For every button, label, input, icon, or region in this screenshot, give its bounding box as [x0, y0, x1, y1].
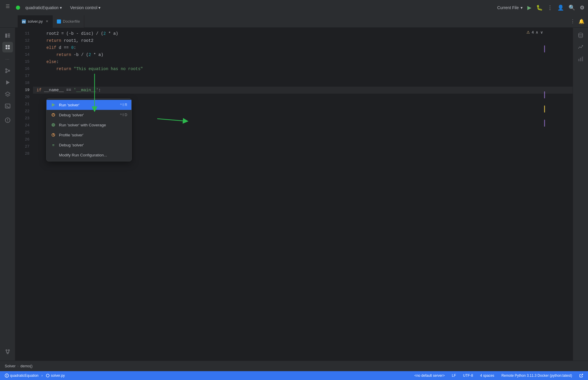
- debug2-icon: ≡: [51, 142, 56, 148]
- maximize-button[interactable]: [16, 6, 20, 10]
- menu-item-run[interactable]: Run 'solver' ^⇧R: [47, 100, 131, 110]
- version-control-btn[interactable]: Version control ▾: [70, 5, 101, 10]
- warning-status-icon: [5, 374, 9, 378]
- current-file-label: Current File: [497, 5, 519, 10]
- sidebar-item-problems[interactable]: [2, 115, 13, 125]
- statusbar-project[interactable]: quadraticEquation: [4, 374, 40, 378]
- code-line-18: [33, 80, 573, 87]
- sidebar-item-vcs[interactable]: [2, 65, 13, 76]
- svg-point-20: [6, 350, 7, 351]
- menu-item-debug[interactable]: Debug 'solver' ^⇧D: [47, 110, 131, 120]
- menu-item-debug2[interactable]: ≡ Debug 'solver': [47, 140, 131, 150]
- right-sidebar-item-database[interactable]: [575, 30, 586, 41]
- code-editor: 11 12 13 14 15 16 17 18 ▶19 20 21 22 23 …: [15, 28, 573, 361]
- svg-point-39: [6, 376, 7, 377]
- statusbar-eol[interactable]: LF: [451, 374, 457, 378]
- svg-rect-6: [6, 47, 7, 49]
- sidebar-item-layers[interactable]: [2, 89, 13, 100]
- tab-solver-label: solver.py: [28, 19, 43, 24]
- svg-point-30: [53, 124, 54, 126]
- main-layout: ··· ⚠ 4 ∧ ∨: [0, 28, 588, 361]
- more-options-button[interactable]: ⋮: [547, 4, 553, 11]
- current-file-chevron-icon: ▾: [521, 5, 523, 10]
- search-button[interactable]: 🔍: [569, 4, 575, 11]
- breadcrumb-demo[interactable]: demo(): [20, 364, 32, 368]
- statusbar-server[interactable]: <no default server>: [413, 374, 446, 378]
- line-num-27: 27: [15, 143, 29, 150]
- statusbar-project-label: quadraticEquation: [10, 374, 39, 378]
- svg-rect-2: [8, 35, 10, 36]
- statusbar-external-link[interactable]: [578, 374, 584, 378]
- menu-item-debug-label: Debug 'solver': [59, 113, 84, 117]
- code-line-12: return root1, root2: [33, 37, 573, 44]
- profile-button[interactable]: 👤: [557, 4, 564, 11]
- menu-item-profile[interactable]: Profile 'solver': [47, 130, 131, 140]
- sidebar-item-explorer[interactable]: [2, 30, 13, 41]
- code-line-13: elif d == 0:: [33, 44, 573, 51]
- current-file-button[interactable]: Current File ▾: [497, 5, 523, 10]
- line-num-17: 17: [15, 72, 29, 80]
- statusbar-file[interactable]: solver.py: [44, 374, 66, 378]
- right-sidebar-item-analytics[interactable]: [575, 42, 586, 52]
- code-content[interactable]: root2 = (-b - disc) / (2 * a) return roo…: [33, 28, 573, 361]
- sidebar-item-more[interactable]: ···: [2, 54, 13, 64]
- line-num-28: 28: [15, 150, 29, 157]
- svg-point-19: [7, 121, 8, 122]
- svg-line-12: [7, 69, 9, 70]
- statusbar-server-label: <no default server>: [414, 374, 445, 378]
- coverage-icon: [51, 122, 56, 128]
- notifications-icon[interactable]: 🔔: [579, 19, 584, 24]
- run-button[interactable]: ▶: [527, 4, 531, 11]
- py-file-icon: py: [22, 19, 26, 24]
- sidebar-item-terminal[interactable]: [2, 101, 13, 111]
- titlebar: quadraticEquation ▾ Version control ▾ Cu…: [0, 0, 588, 15]
- statusbar-encoding[interactable]: UTF-8: [462, 374, 474, 378]
- svg-rect-35: [580, 58, 581, 61]
- line-num-22: 22: [15, 108, 29, 115]
- py-status-icon: [46, 374, 50, 378]
- tab-dockerfile[interactable]: Dockerfile: [53, 15, 84, 28]
- line-num-19: ▶19: [15, 87, 29, 94]
- sidebar-toggle-icon[interactable]: ☰: [6, 4, 10, 9]
- statusbar-indent[interactable]: 4 spaces: [479, 374, 495, 378]
- sidebar-item-structure[interactable]: [2, 42, 13, 52]
- line-num-16: 16: [15, 65, 29, 72]
- line-num-23: 23: [15, 115, 29, 122]
- breadcrumb-separator: ›: [17, 364, 19, 368]
- context-menu: Run 'solver' ^⇧R Debug 'solver' ^⇧D: [46, 98, 132, 161]
- version-control-label: Version control: [70, 5, 98, 10]
- run-icon: [51, 102, 56, 108]
- statusbar-right: <no default server> LF UTF-8 4 spaces Re…: [413, 374, 584, 378]
- settings-button[interactable]: ⚙: [580, 4, 584, 11]
- debug-button[interactable]: 🐛: [536, 4, 543, 11]
- svg-rect-34: [578, 59, 579, 61]
- project-name[interactable]: quadraticEquation ▾: [25, 5, 62, 10]
- statusbar: quadraticEquation › solver.py <no defaul…: [0, 371, 588, 380]
- line-num-13: 13: [15, 44, 29, 51]
- right-sidebar: [573, 28, 588, 361]
- statusbar-interpreter[interactable]: Remote Python 3.11.3 Docker (python:late…: [500, 374, 573, 378]
- svg-rect-4: [6, 45, 7, 47]
- svg-rect-36: [582, 57, 583, 61]
- more-tabs-icon[interactable]: ⋮: [570, 19, 575, 24]
- right-sidebar-item-chart[interactable]: [575, 54, 586, 64]
- line-num-18: 18: [15, 80, 29, 87]
- svg-point-9: [6, 72, 7, 73]
- breadcrumb: Solver › demo(): [0, 361, 588, 371]
- tab-solver-py[interactable]: py solver.py ✕: [18, 15, 53, 28]
- sidebar-item-git[interactable]: [2, 346, 13, 357]
- tab-close-icon[interactable]: ✕: [46, 19, 48, 23]
- line-num-24: 24: [15, 122, 29, 129]
- code-line-14: return -b / (2 * a): [33, 51, 573, 58]
- menu-item-coverage[interactable]: Run 'solver' with Coverage: [47, 120, 131, 130]
- svg-point-10: [9, 70, 10, 71]
- project-name-label: quadraticEquation: [25, 5, 59, 10]
- sidebar-item-run[interactable]: [2, 77, 13, 88]
- line-num-20: 20: [15, 94, 29, 101]
- docker-file-icon: [57, 19, 61, 24]
- breadcrumb-solver[interactable]: Solver: [5, 364, 16, 368]
- left-sidebar: ···: [0, 28, 15, 361]
- svg-point-29: [52, 123, 55, 126]
- menu-item-modify[interactable]: Modify Run Configuration...: [47, 150, 131, 160]
- menu-item-run-shortcut: ^⇧R: [120, 103, 127, 107]
